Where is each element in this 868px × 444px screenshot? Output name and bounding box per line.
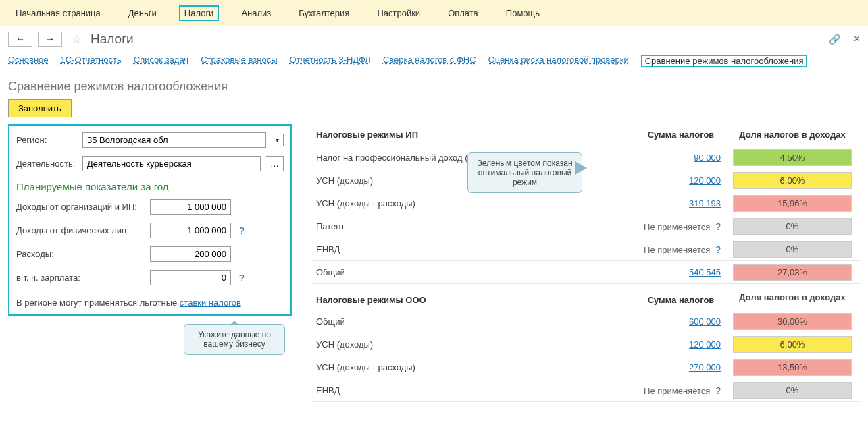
subnav-risk[interactable]: Оценка риска налоговой проверки: [488, 55, 629, 67]
ip-header: Налоговые режимы ИП: [312, 124, 637, 146]
menu-home[interactable]: Начальная страница: [10, 5, 106, 21]
subnav-compare[interactable]: Сравнение режимов налогообложения: [641, 55, 808, 67]
not-applicable-label: Не применяется: [644, 245, 710, 255]
share-cell: 6,00%: [725, 333, 860, 356]
region-dropdown-icon[interactable]: ▾: [272, 134, 284, 146]
tax-amount-link[interactable]: 120 000: [689, 339, 721, 350]
income-ind-input[interactable]: [150, 223, 231, 238]
tax-amount-link[interactable]: 120 000: [689, 175, 721, 186]
activity-ellipsis-icon[interactable]: …: [266, 156, 284, 171]
callout-input-hint: Укажите данные по вашему бизнесу: [184, 324, 285, 355]
menu-analysis[interactable]: Анализ: [236, 5, 276, 21]
not-applicable-label: Не применяется: [644, 222, 710, 232]
tax-amount-cell: 90 000: [637, 146, 725, 169]
toolbar: ← → ☆ Налоги 🔗 ×: [0, 26, 868, 52]
subnav-ndfl[interactable]: Отчетность 3-НДФЛ: [290, 55, 371, 67]
planned-heading: Планируемые показатели за год: [16, 181, 284, 192]
fill-button[interactable]: Заполнить: [8, 99, 72, 117]
tax-amount-link[interactable]: 600 000: [689, 316, 721, 327]
share-bar: 0%: [733, 218, 852, 235]
activity-row: Деятельность: …: [16, 156, 284, 171]
share-bar: 0%: [733, 241, 852, 258]
tax-amount-cell: 600 000: [637, 310, 725, 333]
menu-taxes[interactable]: Налоги: [179, 5, 220, 21]
tax-rates-link[interactable]: ставки налогов: [180, 298, 241, 308]
help-icon[interactable]: ?: [713, 244, 721, 255]
tax-amount-cell: 120 000: [637, 333, 725, 356]
input-panel: Регион: ▾ Деятельность: … Планируемые по…: [8, 124, 292, 316]
table-row: ЕНВДНе применяется ?0%: [312, 379, 860, 402]
region-label: Регион:: [16, 135, 77, 145]
tax-amount-link[interactable]: 270 000: [689, 362, 721, 372]
help-icon[interactable]: ?: [713, 221, 721, 232]
tax-amount-cell: Не применяется ?: [637, 215, 725, 238]
tax-amount-link[interactable]: 90 000: [694, 152, 721, 163]
subnav-fns[interactable]: Сверка налогов с ФНС: [383, 55, 476, 67]
regime-name-cell: ЕНВД: [312, 238, 637, 261]
share-bar: 0%: [733, 382, 852, 399]
share-bar: 30,00%: [733, 313, 852, 330]
share-bar: 27,03%: [733, 264, 852, 281]
results-panel: Зеленым цветом показан оптимальный налог…: [312, 124, 860, 402]
share-cell: 13,50%: [725, 356, 860, 379]
footer-note-text: В регионе могут применяться льготные: [16, 298, 180, 308]
table-row: ПатентНе применяется ?0%: [312, 215, 860, 238]
menu-money[interactable]: Деньги: [123, 5, 162, 21]
footer-note: В регионе могут применяться льготные ста…: [16, 298, 284, 308]
callout-optimal-hint: Зеленым цветом показан оптимальный налог…: [467, 152, 582, 193]
star-icon[interactable]: ☆: [71, 32, 82, 47]
tax-amount-cell: 319 193: [637, 192, 725, 215]
menu-settings[interactable]: Настройки: [372, 5, 426, 21]
subnav-main[interactable]: Основное: [8, 55, 49, 67]
regime-name-cell: УСН (доходы - расходы): [312, 356, 637, 379]
share-cell: 0%: [725, 379, 860, 402]
tax-amount-cell: 540 545: [637, 261, 725, 284]
link-icon[interactable]: 🔗: [829, 34, 840, 45]
menu-accounting[interactable]: Бухгалтерия: [293, 5, 355, 21]
table-row: Общий540 54527,03%: [312, 261, 860, 284]
salary-input[interactable]: [150, 270, 231, 285]
help-icon[interactable]: ?: [713, 385, 721, 396]
subnav-insurance[interactable]: Страховые взносы: [201, 55, 277, 67]
tax-amount-link[interactable]: 319 193: [689, 198, 721, 209]
share-cell: 6,00%: [725, 169, 860, 192]
menu-payment[interactable]: Оплата: [442, 5, 484, 21]
tax-amount-header: Сумма налогов: [637, 124, 725, 146]
regime-name-cell: Общий: [312, 310, 637, 333]
region-input[interactable]: [82, 132, 266, 148]
region-row: Регион: ▾: [16, 132, 284, 148]
share-bar: 6,00%: [733, 336, 852, 353]
subnav-1c[interactable]: 1С-Отчетность: [61, 55, 122, 67]
income-ind-label: Доходы от физических лиц:: [16, 225, 145, 235]
regime-name-cell: УСН (доходы - расходы): [312, 192, 637, 215]
left-column: Регион: ▾ Деятельность: … Планируемые по…: [8, 124, 292, 355]
tax-amount-link[interactable]: 540 545: [689, 267, 721, 277]
table-row: УСН (доходы - расходы)319 19315,96%: [312, 192, 860, 215]
table-row: ЕНВДНе применяется ?0%: [312, 238, 860, 261]
expenses-label: Расходы:: [16, 249, 145, 259]
page-title: Налоги: [91, 32, 134, 47]
share-header: Доля налогов в доходах: [725, 124, 860, 146]
subnav: Основное 1С-Отчетность Список задач Стра…: [0, 52, 868, 73]
menu-help[interactable]: Помощь: [501, 5, 545, 21]
expenses-input[interactable]: [150, 246, 231, 262]
income-org-row: Доходы от организаций и ИП:: [16, 199, 284, 215]
table-row: Общий600 00030,00%: [312, 310, 860, 333]
income-org-input[interactable]: [150, 199, 231, 215]
share-cell: 0%: [725, 238, 860, 261]
salary-help-icon[interactable]: ?: [239, 273, 245, 283]
close-icon[interactable]: ×: [854, 33, 860, 45]
forward-button[interactable]: →: [38, 32, 62, 47]
subnav-tasks[interactable]: Список задач: [134, 55, 188, 67]
back-button[interactable]: ←: [8, 32, 32, 47]
table-row: УСН (доходы - расходы)270 00013,50%: [312, 356, 860, 379]
income-org-label: Доходы от организаций и ИП:: [16, 202, 145, 212]
tax-amount-header-2: Сумма налогов: [637, 284, 725, 311]
activity-input[interactable]: [82, 156, 261, 171]
expenses-row: Расходы:: [16, 246, 284, 262]
share-cell: 15,96%: [725, 192, 860, 215]
share-cell: 0%: [725, 215, 860, 238]
regime-name-cell: Патент: [312, 215, 637, 238]
income-ind-help-icon[interactable]: ?: [239, 225, 245, 236]
salary-row: в т. ч. зарплата: ?: [16, 270, 284, 285]
